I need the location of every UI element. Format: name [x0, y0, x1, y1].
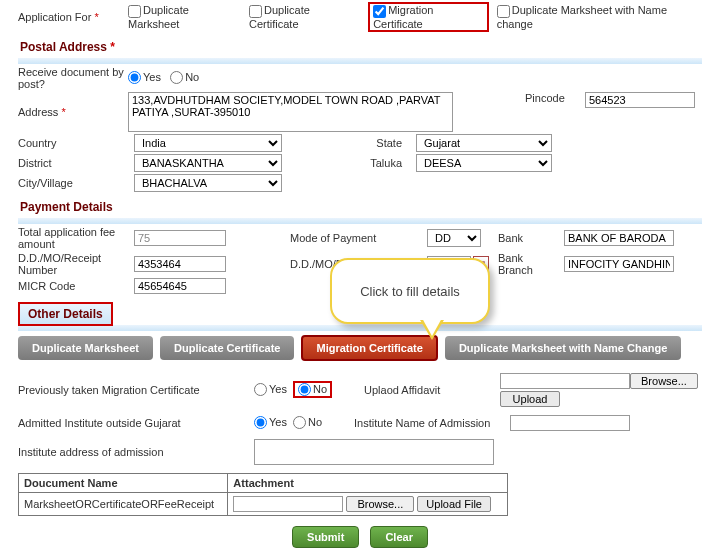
- doc-table: Doucument NameAttachment MarksheetORCert…: [18, 473, 508, 516]
- clear-button[interactable]: Clear: [370, 526, 428, 548]
- taluka-select[interactable]: DEESA: [416, 154, 552, 172]
- bank-label: Bank: [498, 232, 558, 244]
- country-select[interactable]: India: [134, 134, 282, 152]
- aff-file-input[interactable]: [500, 373, 630, 389]
- recv-no[interactable]: No: [170, 71, 199, 83]
- ddno-input[interactable]: [134, 256, 226, 272]
- micr-input[interactable]: [134, 278, 226, 294]
- mode-label: Mode of Payment: [290, 232, 421, 244]
- other-header: Other Details: [18, 302, 113, 326]
- mode-select[interactable]: DD: [427, 229, 481, 247]
- branch-input[interactable]: [564, 256, 674, 272]
- addr-input[interactable]: 133,AVDHUTDHAM SOCIETY,MODEL TOWN ROAD ,…: [128, 92, 453, 132]
- aff-upload-button[interactable]: Upload: [500, 391, 560, 407]
- addr-label: Address: [18, 106, 58, 118]
- prev-label: Previously taken Migration Certificate: [18, 384, 248, 396]
- pin-input[interactable]: [585, 92, 695, 108]
- state-label: State: [315, 137, 410, 149]
- instname-label: Institute Name of Admission: [354, 417, 504, 429]
- adm-yes[interactable]: Yes: [254, 416, 287, 430]
- aff-browse-button[interactable]: Browse...: [630, 373, 698, 389]
- instaddr-input[interactable]: [254, 439, 494, 465]
- doc-row1-name: MarksheetORCertificateORFeeReceipt: [19, 492, 228, 515]
- taluka-label: Taluka: [315, 157, 410, 169]
- cb-dup-marksheet[interactable]: Duplicate Marksheet: [128, 4, 241, 30]
- tab-migration-cert[interactable]: Migration Certificate: [301, 335, 437, 361]
- aff-label: Uplaod Affidavit: [364, 384, 494, 396]
- doc-col1: Doucument Name: [19, 473, 228, 492]
- prev-yes[interactable]: Yes: [254, 383, 287, 397]
- ddno-label: D.D./MO/Receipt Number: [18, 252, 128, 276]
- city-label: City/Village: [18, 177, 128, 189]
- cb-dup-marksheet-namechange[interactable]: Duplicate Marksheet with Name change: [497, 4, 702, 30]
- district-select[interactable]: BANASKANTHA: [134, 154, 282, 172]
- country-label: Country: [18, 137, 128, 149]
- total-input: [134, 230, 226, 246]
- doc-col2: Attachment: [228, 473, 508, 492]
- cb-dup-cert[interactable]: Duplicate Certificate: [249, 4, 360, 30]
- recv-label: Receive document by post?: [18, 66, 128, 90]
- pay-header: Payment Details: [18, 196, 702, 218]
- doc-uploadfile-button[interactable]: Upload File: [417, 496, 491, 512]
- appfor-label: Application For: [18, 11, 91, 23]
- callout-tooltip: Click to fill details: [330, 258, 490, 324]
- tab-dup-marksheet[interactable]: Duplicate Marksheet: [18, 336, 153, 360]
- instname-input[interactable]: [510, 415, 630, 431]
- submit-button[interactable]: Submit: [292, 526, 359, 548]
- bank-input[interactable]: [564, 230, 674, 246]
- recv-yes[interactable]: Yes: [128, 71, 161, 83]
- doc-browse-button[interactable]: Browse...: [346, 496, 414, 512]
- state-select[interactable]: Gujarat: [416, 134, 552, 152]
- doc-file-input[interactable]: [233, 496, 343, 512]
- pin-label: Pincode: [525, 92, 585, 104]
- tab-dup-cert[interactable]: Duplicate Certificate: [160, 336, 294, 360]
- micr-label: MICR Code: [18, 280, 128, 292]
- adm-no[interactable]: No: [293, 416, 322, 430]
- tab-dup-marksheet-namechange[interactable]: Duplicate Marksheet with Name Change: [445, 336, 681, 360]
- branch-label: Bank Branch: [498, 252, 558, 276]
- cb-migration-cert[interactable]: Migration Certificate: [373, 4, 484, 30]
- district-label: District: [18, 157, 128, 169]
- prev-no[interactable]: No: [298, 383, 327, 397]
- instaddr-label: Institute address of admission: [18, 446, 248, 458]
- adm-label: Admitted Institute outside Gujarat: [18, 417, 248, 429]
- cb-migration-cert-highlight: Migration Certificate: [368, 2, 489, 32]
- city-select[interactable]: BHACHALVA: [134, 174, 282, 192]
- postal-header: Postal Address: [20, 40, 107, 54]
- total-label: Total application fee amount: [18, 226, 128, 250]
- star: *: [94, 11, 98, 23]
